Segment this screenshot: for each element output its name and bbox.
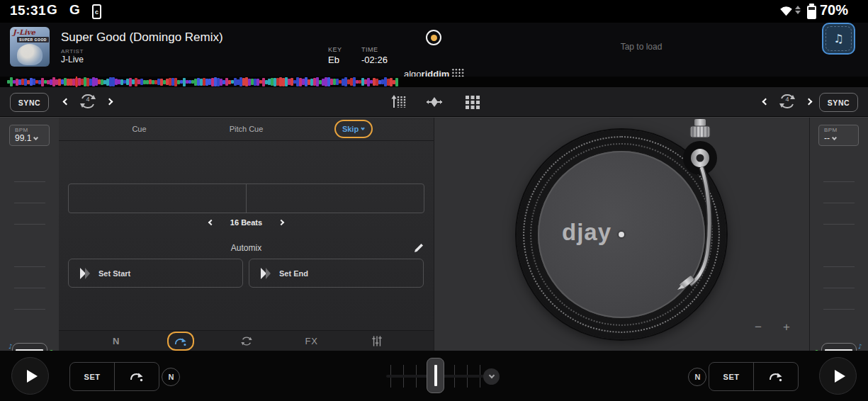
album-art-artist-text: J-Live [13, 28, 35, 36]
key-value: Eb [328, 55, 342, 65]
skip-forward-pad[interactable] [247, 184, 424, 213]
tempo-fader-right[interactable]: ♪ [809, 118, 868, 351]
beats-increase-icon[interactable] [278, 220, 284, 225]
play-button-right[interactable] [819, 357, 857, 395]
tool-tab-hotcues[interactable]: N [83, 331, 148, 351]
play-icon [835, 370, 845, 383]
chevron-down-icon [361, 126, 365, 130]
cue-set-group-left: SET [69, 362, 159, 391]
platter[interactable]: djay [538, 151, 705, 318]
pitch-note-icon: ♪ [858, 343, 862, 350]
set-button-left[interactable]: SET [70, 363, 114, 390]
loop-button-right[interactable]: 4 [777, 91, 798, 111]
chevron-down-icon [488, 373, 494, 378]
beats-decrease-icon[interactable] [208, 220, 214, 225]
set-start-button[interactable]: Set Start [68, 259, 243, 288]
main-area: BPM 99.1 ♪ ✕ Cue Pitch Cue Skip [0, 117, 868, 351]
automix-row: Automix [59, 243, 434, 254]
album-art-figure [17, 44, 43, 65]
bottom-bar: SET N N SET [0, 351, 868, 401]
tool-tab-eq[interactable] [344, 331, 410, 351]
header: J-Live SUPER GOOD Super Good (Domingo Re… [0, 23, 868, 77]
left-deck-panel: Cue Pitch Cue Skip 16 Beats [59, 118, 434, 351]
tab-skip-label: Skip [342, 125, 359, 133]
skip-back-pad[interactable] [69, 184, 246, 213]
play-button-left[interactable] [11, 357, 49, 395]
key-readout: KEY Eb [328, 46, 342, 65]
tab-skip[interactable]: Skip [300, 118, 407, 140]
beats-value: 16 Beats [230, 218, 262, 227]
phone-notification-icon: c [92, 4, 101, 19]
battery-percent: 70% [820, 2, 848, 18]
skip-marker-icon [261, 268, 271, 279]
tool-tab-fx[interactable]: FX [279, 331, 344, 351]
automix-label: Automix [59, 243, 434, 253]
artist-name: J-Live [61, 55, 84, 64]
crossfader-handle[interactable] [427, 358, 444, 393]
time-value: -02:26 [361, 55, 388, 65]
zoom-out-button[interactable]: − [750, 320, 767, 336]
loop-control-right: 4 [763, 91, 811, 111]
hotcue-n-button-right[interactable]: N [688, 368, 706, 386]
waveform-row [0, 77, 868, 87]
set-end-label: Set End [279, 269, 308, 278]
clock: 15:31 [10, 3, 46, 18]
loop-decrease-icon[interactable] [762, 98, 770, 105]
beatgrid-edit-icon[interactable] [389, 94, 406, 110]
artist-label: ARTIST [61, 48, 84, 55]
active-tab-outline [167, 332, 194, 351]
skip-button-left[interactable] [115, 363, 159, 390]
crossfader[interactable] [386, 361, 485, 392]
cue-set-group-right: SET [709, 362, 799, 391]
crossfader-options-button[interactable] [483, 368, 500, 385]
key-label: KEY [328, 46, 342, 53]
skip-arrow-icon [174, 336, 188, 347]
loop-decrease-icon[interactable] [63, 98, 70, 105]
djay-app: 15:31 G G c 70% J-Live SUPER GOOD Super … [0, 0, 868, 401]
time-readout: TIME -02:26 [361, 46, 388, 65]
album-art-title-text: SUPER GOOD [17, 37, 49, 43]
network-activity-icon [795, 6, 801, 14]
beats-stepper: 16 Beats [59, 218, 434, 227]
loop-increase-icon[interactable] [106, 98, 113, 105]
sync-button-left[interactable]: SYNC [10, 93, 49, 112]
set-start-label: Set Start [98, 269, 130, 278]
google-notification-icon: G [69, 2, 80, 18]
tab-pitch-cue[interactable]: Pitch Cue [193, 118, 300, 140]
skip-arrow-icon [768, 371, 784, 383]
google-notification-icon: G [47, 2, 57, 18]
waveform-bars[interactable] [7, 77, 398, 86]
sliders-icon [371, 335, 383, 347]
waveform-playhead [76, 77, 77, 87]
waveform-view-icon[interactable] [426, 94, 443, 110]
tool-tab-skip-active[interactable] [148, 331, 213, 351]
toolbar: SYNC 4 [0, 87, 868, 117]
album-art[interactable]: J-Live SUPER GOOD [10, 27, 50, 67]
tab-cue[interactable]: Cue [86, 118, 193, 140]
sync-button-right[interactable]: SYNC [819, 93, 858, 112]
loop-icon [239, 335, 254, 347]
skip-marker-icon [80, 268, 90, 279]
tempo-fader-left[interactable]: ♪ [0, 118, 59, 351]
loop-button-left[interactable]: 4 [77, 91, 98, 111]
hotcue-icon: N [113, 336, 118, 346]
fx-icon: FX [305, 336, 318, 346]
library-button-inner-border [825, 26, 852, 51]
skip-pad-row [68, 183, 424, 213]
zoom-in-button[interactable]: + [778, 320, 795, 336]
set-button-right[interactable]: SET [709, 363, 753, 390]
tab-skip-pill[interactable]: Skip [334, 120, 373, 138]
tap-to-load-hint[interactable]: Tap to load [599, 42, 684, 52]
tool-tab-loop[interactable] [213, 331, 278, 351]
grid-view-icon[interactable] [464, 94, 481, 110]
loop-increase-icon[interactable] [806, 98, 813, 105]
track-title: Super Good (Domingo Remix) [61, 30, 223, 45]
set-end-button[interactable]: Set End [249, 259, 424, 288]
skip-arrow-icon [129, 371, 145, 383]
library-button[interactable]: ♫ [822, 23, 855, 55]
skip-button-right[interactable] [754, 363, 798, 390]
record-button[interactable] [426, 30, 441, 45]
hotcue-n-button-left[interactable]: N [162, 368, 180, 386]
turntable[interactable]: djay [517, 130, 726, 339]
edit-pencil-icon[interactable] [414, 243, 424, 253]
